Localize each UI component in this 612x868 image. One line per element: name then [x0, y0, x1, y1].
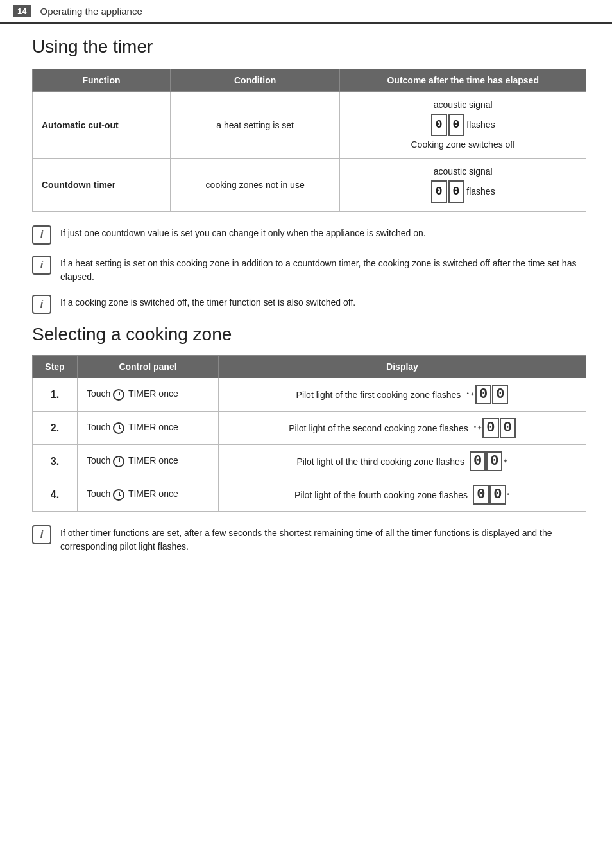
control-cell-3: Touch TIMER once: [78, 445, 219, 478]
display-desc-3: Pilot light of the third cooking zone fl…: [296, 456, 464, 467]
timer-icon-4: [113, 489, 124, 501]
display-desc-2: Pilot light of the second cooking zone f…: [289, 423, 468, 433]
table-row: Countdown timer cooking zones not in use…: [33, 159, 586, 212]
cooking-zone-off-label: Cooking zone switches off: [411, 139, 515, 150]
info-icon-2: i: [32, 256, 51, 275]
cooking-zone-info: i If other timer functions are set, afte…: [32, 525, 586, 553]
control-cell-2: Touch TIMER once: [78, 412, 219, 445]
info-icon-3: i: [32, 295, 51, 314]
display-visual-1: •✦ 0 0: [466, 385, 508, 404]
display-desc-1: Pilot light of the first cooking zone fl…: [296, 390, 461, 400]
display-seg-1: 0 0: [431, 114, 464, 136]
timer-section-title: Using the timer: [32, 37, 586, 57]
timer-table-header-condition: Condition: [170, 69, 340, 92]
condition-cell-2: cooking zones not in use: [170, 159, 340, 212]
info-icon-4: i: [32, 525, 51, 544]
table-row: 3. Touch TIMER once Pilot light of the t…: [33, 445, 586, 478]
display-cell-2: Pilot light of the second cooking zone f…: [219, 412, 586, 445]
condition-cell-1: a heat setting is set: [170, 92, 340, 159]
table-row: 1. Touch TIMER once Pilot light of the f…: [33, 378, 586, 412]
outcome-cell-1: acoustic signal 0 0 flashes Cooking zone…: [340, 92, 586, 159]
timer-table-header-function: Function: [33, 69, 171, 92]
timer-table: Function Condition Outcome after the tim…: [32, 69, 586, 212]
timer-info-text-2: If a heat setting is set on this cooking…: [60, 255, 586, 284]
step-table: Step Control panel Display 1. Touch TIME…: [32, 355, 586, 512]
timer-info-2: i If a heat setting is set on this cooki…: [32, 255, 586, 284]
acoustic-signal-label-2: acoustic signal: [434, 166, 493, 177]
display-cell-3: Pilot light of the third cooking zone fl…: [219, 445, 586, 478]
acoustic-signal-label-1: acoustic signal: [434, 100, 493, 110]
cooking-zone-section-title: Selecting a cooking zone: [32, 324, 586, 345]
control-cell-4: Touch TIMER once: [78, 478, 219, 512]
step-num-3: 3.: [33, 445, 78, 478]
display-seg-2: 0 0: [431, 180, 464, 203]
step-num-2: 2.: [33, 412, 78, 445]
timer-info-text-3: If a cooking zone is switched off, the t…: [60, 294, 355, 309]
step-table-header-control: Control panel: [78, 356, 219, 378]
table-row: 2. Touch TIMER once Pilot light of the s…: [33, 412, 586, 445]
timer-table-header-outcome: Outcome after the time has elapsed: [340, 69, 586, 92]
table-row: Automatic cut-out a heat setting is set …: [33, 92, 586, 159]
display-visual-4: 0 0 •: [473, 485, 510, 505]
display-desc-4: Pilot light of the fourth cooking zone f…: [294, 490, 468, 500]
step-table-header-step: Step: [33, 356, 78, 378]
timer-icon-2: [113, 422, 124, 434]
page-header-title: Operating the appliance: [40, 6, 142, 17]
timer-icon-3: [113, 456, 124, 467]
step-num-1: 1.: [33, 378, 78, 412]
page-content: Using the timer Function Condition Outco…: [0, 37, 612, 589]
page-header: 14 Operating the appliance: [0, 0, 612, 24]
display-visual-3: 0 0 ✦: [470, 451, 508, 471]
step-num-4: 4.: [33, 478, 78, 512]
display-visual-2: • ✦ 0 0: [473, 418, 516, 438]
control-cell-1: Touch TIMER once: [78, 378, 219, 412]
display-cell-4: Pilot light of the fourth cooking zone f…: [219, 478, 586, 512]
timer-info-3: i If a cooking zone is switched off, the…: [32, 294, 586, 314]
timer-icon-1: [113, 389, 124, 401]
step-table-header-display: Display: [219, 356, 586, 378]
info-icon-1: i: [32, 225, 51, 245]
outcome-cell-2: acoustic signal 0 0 flashes: [340, 159, 586, 212]
timer-info-1: i If just one countdown value is set you…: [32, 225, 586, 245]
timer-info-text-1: If just one countdown value is set you c…: [60, 225, 426, 240]
function-cell-1: Automatic cut-out: [33, 92, 171, 159]
flashes-label-1: flashes: [466, 119, 495, 130]
cooking-zone-info-text: If other timer functions are set, after …: [60, 525, 586, 553]
table-row: 4. Touch TIMER once Pilot light of the f…: [33, 478, 586, 512]
page-number: 14: [13, 5, 31, 17]
function-cell-2: Countdown timer: [33, 159, 171, 212]
flashes-label-2: flashes: [466, 186, 495, 196]
display-cell-1: Pilot light of the first cooking zone fl…: [219, 378, 586, 412]
